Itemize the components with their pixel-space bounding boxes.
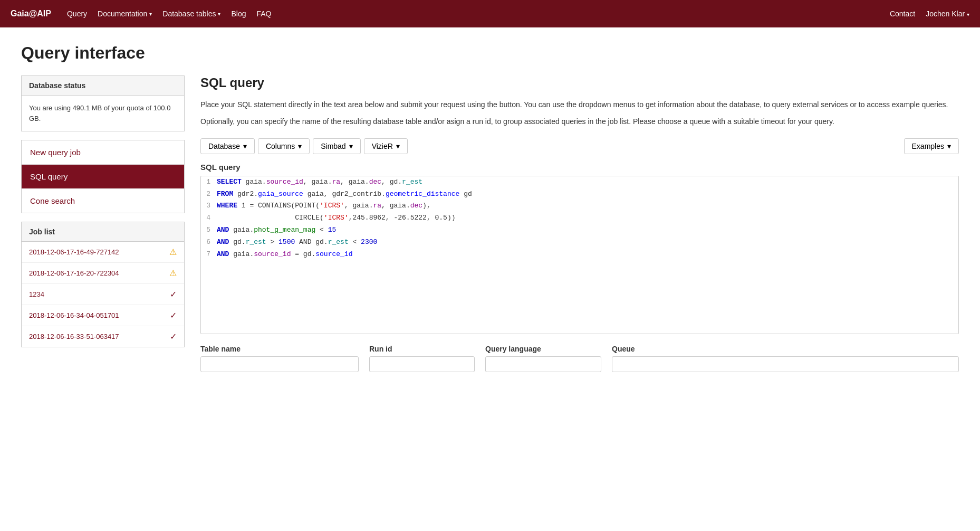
job-item-1[interactable]: 2018-12-06-17-16-20-722304 ⚠ [22,263,184,284]
code-line-6: 6 AND gd.r_est > 1500 AND gd.r_est < 230… [201,236,958,249]
code-line-1: 1 SELECT gaia.source_id, gaia.ra, gaia.d… [201,176,958,188]
nav-documentation-arrow: ▾ [149,11,152,17]
code-content-6: AND gd.r_est > 1500 AND gd.r_est < 2300 [217,237,958,248]
columns-dropdown-arrow: ▾ [298,142,302,150]
code-editor[interactable]: 1 SELECT gaia.source_id, gaia.ra, gaia.d… [200,176,959,334]
nav-blog[interactable]: Blog [231,10,246,18]
table-name-group: Table name [200,345,359,372]
vizier-button[interactable]: VizieR ▾ [364,138,408,154]
query-label: SQL query [200,163,959,172]
line-num-4: 4 [201,213,217,224]
page-title: Query interface [21,43,959,63]
table-name-label: Table name [200,345,359,353]
query-language-input[interactable] [485,356,601,372]
code-line-5: 5 AND gaia.phot_g_mean_mag < 15 [201,224,958,236]
code-line-8 [201,260,958,272]
job-item-id-3: 2018-12-06-16-34-04-051701 [29,311,119,319]
query-language-label: Query language [485,345,601,353]
simbad-dropdown-arrow: ▾ [349,142,353,150]
simbad-button[interactable]: Simbad ▾ [313,138,360,154]
code-line-11 [201,297,958,309]
job-item-0[interactable]: 2018-12-06-17-16-49-727142 ⚠ [22,242,184,263]
main-content: SQL query Place your SQL statement direc… [200,75,959,372]
job-list-section: Job list 2018-12-06-17-16-49-727142 ⚠ 20… [21,222,185,347]
nav-database-tables-arrow: ▾ [218,11,220,17]
code-line-9 [201,272,958,285]
sidebar-item-cone-search[interactable]: Cone search [22,189,184,213]
sidebar: Database status You are using 490.1 MB o… [21,75,185,372]
code-content-1: SELECT gaia.source_id, gaia.ra, gaia.dec… [217,177,958,188]
run-id-group: Run id [369,345,475,372]
code-content-4: CIRCLE('ICRS',245.8962, -26.5222, 0.5)) [217,213,958,224]
sidebar-item-sql-query[interactable]: SQL query [22,165,184,189]
job-item-id-0: 2018-12-06-17-16-49-727142 [29,248,119,256]
db-status-body: You are using 490.1 MB of your quota of … [22,96,184,131]
job-item-id-4: 2018-12-06-16-33-51-063417 [29,333,119,340]
job-item-3[interactable]: 2018-12-06-16-34-04-051701 ✓ [22,305,184,326]
nav-brand[interactable]: Gaia@AIP [11,9,51,18]
job-list-header: Job list [22,222,184,242]
queue-label: Queue [612,345,959,353]
query-language-group: Query language [485,345,601,372]
navbar: Gaia@AIP Query Documentation ▾ Database … [0,0,980,27]
description-1: Place your SQL statement directly in the… [200,99,959,110]
description-2: Optionally, you can specify the name of … [200,116,959,127]
job-item-id-2: 1234 [29,290,44,298]
queue-group: Queue [612,345,959,372]
queue-input[interactable] [612,356,959,372]
nav-database-tables[interactable]: Database tables ▾ [162,10,220,18]
job-item-id-1: 2018-12-06-17-16-20-722304 [29,269,119,277]
code-content-5: AND gaia.phot_g_mean_mag < 15 [217,225,958,236]
line-num-5: 5 [201,225,217,236]
database-dropdown-arrow: ▾ [243,142,247,150]
run-id-label: Run id [369,345,475,353]
code-content-7: AND gaia.source_id = gd.source_id [217,249,958,260]
code-line-2: 2 FROM gdr2.gaia_source gaia, gdr2_contr… [201,188,958,201]
job-check-icon-4: ✓ [170,331,177,342]
nav-faq[interactable]: FAQ [256,10,271,18]
sidebar-item-new-query-job[interactable]: New query job [22,140,184,165]
nav-documentation[interactable]: Documentation ▾ [98,10,152,18]
job-item-2[interactable]: 1234 ✓ [22,284,184,305]
examples-button[interactable]: Examples ▾ [904,138,959,154]
db-status-section: Database status You are using 490.1 MB o… [21,75,185,131]
table-name-input[interactable] [200,356,359,372]
nav-query[interactable]: Query [67,10,87,18]
code-line-7: 7 AND gaia.source_id = gd.source_id [201,249,958,261]
nav-right: Contact Jochen Klar ▾ [890,10,969,18]
job-warning-icon-1: ⚠ [169,268,177,278]
run-id-input[interactable] [369,356,475,372]
line-num-6: 6 [201,237,217,248]
vizier-dropdown-arrow: ▾ [396,142,400,150]
line-num-1: 1 [201,177,217,188]
nav-contact[interactable]: Contact [890,10,915,18]
toolbar: Database ▾ Columns ▾ Simbad ▾ VizieR ▾ E… [200,138,959,154]
examples-dropdown-arrow: ▾ [947,142,951,150]
code-content-2: FROM gdr2.gaia_source gaia, gdr2_contrib… [217,189,958,200]
toolbar-left: Database ▾ Columns ▾ Simbad ▾ VizieR ▾ [200,138,901,154]
job-list-body: 2018-12-06-17-16-49-727142 ⚠ 2018-12-06-… [22,242,184,347]
database-button[interactable]: Database ▾ [200,138,255,154]
db-status-header: Database status [22,76,184,96]
sql-query-title: SQL query [200,75,959,90]
line-num-7: 7 [201,249,217,260]
code-line-4: 4 CIRCLE('ICRS',245.8962, -26.5222, 0.5)… [201,212,958,224]
code-line-3: 3 WHERE 1 = CONTAINS(POINT('ICRS', gaia.… [201,200,958,212]
job-check-icon-2: ✓ [170,289,177,299]
nav-user-arrow: ▾ [967,12,969,17]
job-warning-icon-0: ⚠ [169,247,177,257]
line-num-3: 3 [201,201,217,212]
form-row: Table name Run id Query language Queue [200,345,959,372]
code-content-3: WHERE 1 = CONTAINS(POINT('ICRS', gaia.ra… [217,201,958,212]
nav-links: Query Documentation ▾ Database tables ▾ … [67,10,890,18]
columns-button[interactable]: Columns ▾ [258,138,310,154]
job-check-icon-3: ✓ [170,310,177,320]
sidebar-nav-section: New query job SQL query Cone search [21,140,185,213]
code-line-10 [201,285,958,297]
nav-user[interactable]: Jochen Klar ▾ [926,10,969,18]
job-item-4[interactable]: 2018-12-06-16-33-51-063417 ✓ [22,326,184,347]
code-line-12 [201,309,958,321]
line-num-2: 2 [201,189,217,200]
